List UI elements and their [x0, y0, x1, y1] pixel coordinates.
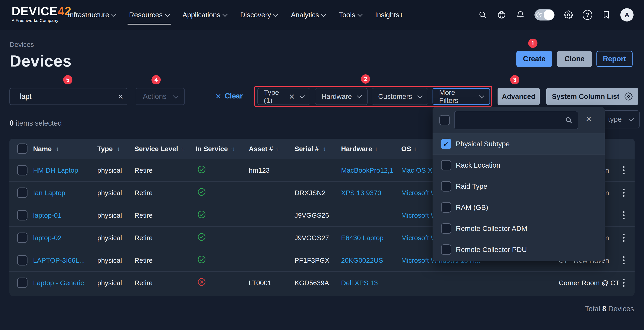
item-checkbox[interactable]	[441, 244, 452, 255]
serial-number: DRXJSN2	[294, 189, 326, 197]
row-menu-kebab[interactable]	[622, 188, 626, 198]
sort-icon[interactable]: ↑↓	[375, 146, 378, 152]
row-menu-kebab[interactable]	[622, 255, 626, 265]
search-icon[interactable]	[478, 10, 488, 20]
kebab-icon	[622, 278, 626, 288]
row-checkbox[interactable]	[17, 278, 28, 288]
advanced-button[interactable]: Advanced	[498, 88, 540, 105]
device-name-link[interactable]: HM DH Laptop	[33, 167, 78, 174]
sort-icon[interactable]: ↑↓	[231, 146, 234, 152]
hardware-link[interactable]: 20KG0022US	[341, 256, 383, 264]
clear-filters-button[interactable]: × Clear	[216, 91, 243, 101]
clear-filter-icon[interactable]: ×	[289, 92, 295, 101]
page-title: Devices	[10, 52, 72, 70]
filter-button-more-filters[interactable]: More Filters	[432, 88, 490, 105]
hardware-link[interactable]: E6430 Laptop	[341, 234, 384, 242]
panel-search-input[interactable]	[460, 116, 562, 124]
panel-item-rack-location[interactable]: Rack Location	[432, 154, 605, 176]
sort-icon[interactable]: ↑↓	[276, 146, 279, 152]
chevron-down-icon	[357, 12, 363, 17]
item-checkbox[interactable]	[441, 181, 452, 192]
panel-item-physical-subtype[interactable]: ✓Physical Subtype	[432, 133, 605, 154]
sort-icon[interactable]: ↑↓	[116, 146, 119, 152]
actions-dropdown[interactable]: Actions	[136, 88, 185, 105]
sort-icon[interactable]: ↑↓	[181, 146, 184, 152]
column-header-asset-[interactable]: Asset #↑↓	[249, 145, 279, 153]
device-name-link[interactable]: Laptop - Generic	[33, 279, 84, 287]
panel-search-box[interactable]	[454, 111, 578, 129]
nav-item-insights-[interactable]: Insights+	[375, 0, 404, 30]
globe-icon[interactable]	[497, 10, 506, 20]
column-header-type[interactable]: Type↑↓	[97, 145, 119, 153]
nav-item-infrastructure[interactable]: Infrastructure	[68, 0, 116, 30]
column-header-name[interactable]: Name↑↓	[33, 145, 58, 153]
select-all-checkbox[interactable]	[439, 115, 450, 125]
item-checkbox[interactable]: ✓	[441, 139, 452, 149]
nav-item-label: Insights+	[375, 11, 404, 19]
create-button[interactable]: Create	[516, 51, 552, 67]
column-header-serial-[interactable]: Serial #↑↓	[294, 145, 325, 153]
os-link[interactable]: Mac OS X	[401, 167, 432, 174]
clear-search-icon[interactable]: ×	[118, 92, 124, 101]
user-avatar[interactable]: A	[620, 8, 634, 22]
nav-item-applications[interactable]: Applications	[182, 0, 227, 30]
column-header-os[interactable]: OS↑↓	[401, 145, 417, 153]
chevron-down-icon	[273, 12, 278, 17]
report-button[interactable]: Report	[596, 51, 632, 67]
device-name-link[interactable]: laptop-01	[33, 211, 62, 219]
panel-item-remote-collector-pdu[interactable]: Remote Collector PDU	[432, 239, 605, 260]
in-service-check-icon	[197, 232, 206, 243]
device-type: physical	[97, 234, 122, 242]
bookmark-icon[interactable]	[602, 10, 611, 20]
search-input[interactable]	[20, 92, 114, 101]
gear-icon[interactable]	[564, 10, 574, 20]
row-checkbox[interactable]	[17, 165, 28, 176]
device-search-box[interactable]: ×	[10, 88, 128, 105]
help-icon[interactable]: ?	[582, 10, 592, 20]
row-checkbox[interactable]	[17, 188, 28, 198]
sort-icon[interactable]: ↑↓	[322, 146, 325, 152]
close-icon[interactable]: ×	[586, 114, 592, 124]
clone-button[interactable]: Clone	[557, 51, 592, 67]
select-all-checkbox[interactable]	[17, 143, 28, 154]
panel-item-ram-gb-[interactable]: RAM (GB)	[432, 197, 605, 218]
filter-button-type-[interactable]: Type (1)×	[258, 88, 310, 105]
nav-item-tools[interactable]: Tools	[339, 0, 362, 30]
nav-item-analytics[interactable]: Analytics	[291, 0, 326, 30]
device-name-link[interactable]: LAPTOP-3I66L...	[33, 256, 85, 264]
dark-mode-toggle[interactable]	[534, 9, 554, 21]
item-checkbox[interactable]	[441, 202, 452, 213]
chevron-down-icon	[628, 116, 634, 121]
hardware-link[interactable]: Dell XPS 13	[341, 279, 378, 287]
device-name-link[interactable]: laptop-02	[33, 234, 62, 242]
row-menu-kebab[interactable]	[622, 165, 626, 176]
column-header-hardware[interactable]: Hardware↑↓	[341, 145, 378, 153]
chevron-down-icon	[479, 93, 484, 98]
filter-button-customers[interactable]: Customers	[372, 88, 428, 105]
sort-icon[interactable]: ↑↓	[414, 146, 417, 152]
row-menu-kebab[interactable]	[622, 233, 626, 243]
bell-icon[interactable]	[516, 10, 525, 20]
nav-item-resources[interactable]: Resources	[129, 0, 169, 30]
nav-item-discovery[interactable]: Discovery	[240, 0, 278, 30]
row-checkbox[interactable]	[17, 255, 28, 265]
panel-item-raid-type[interactable]: Raid Type	[432, 176, 605, 197]
item-checkbox[interactable]	[441, 160, 452, 171]
sort-icon[interactable]: ↑↓	[54, 146, 58, 152]
row-checkbox[interactable]	[17, 210, 28, 221]
row-menu-kebab[interactable]	[622, 210, 626, 221]
hardware-link[interactable]: MacBookPro12,1	[341, 167, 394, 174]
column-header-in-service[interactable]: In Service↑↓	[196, 145, 234, 153]
item-checkbox[interactable]	[441, 223, 452, 234]
row-checkbox[interactable]	[17, 233, 28, 243]
panel-item-remote-collector-adm[interactable]: Remote Collector ADM	[432, 218, 605, 239]
column-header-service-level[interactable]: Service Level↑↓	[134, 145, 184, 153]
system-column-list-button[interactable]: System Column List	[546, 88, 638, 105]
device-name-link[interactable]: Ian Laptop	[33, 189, 66, 197]
hardware-link[interactable]: XPS 13 9370	[341, 189, 381, 197]
service-level: Retire	[134, 256, 153, 264]
row-menu-kebab[interactable]	[622, 278, 626, 288]
asset-number: LT0001	[249, 279, 272, 287]
device42-logo[interactable]: DEVICE42 A Freshworks Company	[12, 5, 72, 23]
filter-button-hardware[interactable]: Hardware	[315, 88, 368, 105]
